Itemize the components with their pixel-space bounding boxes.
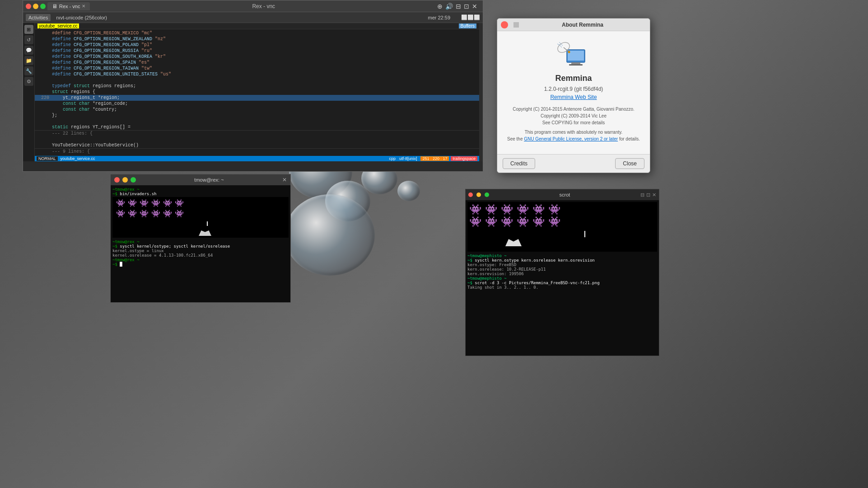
scrot-invaders-row2: 👾 👾 👾 👾 👾 👾 — [469, 216, 655, 227]
scrot-ctrl-1[interactable]: ⊟ — [640, 192, 644, 198]
invaders-row-1: 👾 👾 👾 👾 👾 👾 — [116, 199, 285, 207]
about-close-button[interactable]: ✕ — [501, 21, 508, 28]
scrot-close-btn[interactable] — [468, 192, 473, 197]
scrot-inv-r1-4: 👾 — [517, 204, 529, 215]
scrot-inv-r1-1: 👾 — [469, 204, 481, 215]
scrot-max-btn[interactable] — [485, 192, 489, 197]
scrot-inv-r2-6: 👾 — [548, 216, 560, 227]
prompt-3: ~$ — [112, 244, 120, 249]
sidebar-icon-1[interactable]: ↺ — [24, 35, 33, 44]
win-btn-3[interactable]: ⊟ — [456, 3, 461, 10]
scrot-inv-r2-5: 👾 — [532, 216, 545, 227]
minimize-button[interactable] — [33, 4, 38, 9]
close-button[interactable] — [26, 4, 31, 9]
scrot-invaders-display: 👾 👾 👾 👾 👾 👾 👾 👾 👾 👾 👾 👾 — [467, 202, 657, 252]
vim-header-bar: youtube_service.cc Buffers — [35, 23, 479, 29]
sidebar-icon-2[interactable]: 💬 — [24, 46, 33, 55]
gpl-link[interactable]: GNU General Public License, version 2 or… — [524, 136, 618, 141]
menu-activities[interactable]: Activities — [26, 14, 51, 21]
close-button[interactable]: Close — [615, 158, 644, 169]
sidebar-icon-apps[interactable]: ⊞ — [24, 25, 33, 34]
menu-app[interactable]: rxvt-unicode (256color) — [56, 15, 107, 20]
scrot-min-btn[interactable] — [476, 192, 481, 197]
terminal-cmd-text: bin/invaders.sh — [120, 192, 156, 196]
scrot-bullet — [584, 231, 585, 237]
vim-filetype: cpp — [389, 156, 396, 161]
terminal-output-2: ~$ sysctl kernel/ostype; sysctl kernel/o… — [112, 244, 289, 249]
win-btn-5[interactable]: ✕ — [472, 3, 477, 10]
maximize-button[interactable] — [40, 4, 46, 9]
invaders-bullet — [130, 221, 285, 226]
window-title: Rex - vnc — [90, 3, 437, 9]
terminal-cmd-line: ~$ bin/invaders.sh — [112, 192, 289, 196]
gnome-sidebar: ⊞ ↺ 💬 📁 🔧 ⚙ — [23, 23, 35, 161]
invaders-player — [125, 230, 285, 236]
invader-r2-6: 👾 — [175, 209, 184, 218]
invader-r1-3: 👾 — [140, 199, 149, 207]
remmina-app-icon — [555, 38, 592, 70]
sidebar-icon-4[interactable]: 🔧 — [24, 66, 33, 75]
vnc-tab[interactable]: 🖥 Rex - vnc ✕ — [47, 2, 90, 10]
terminal-max-btn[interactable] — [131, 177, 136, 183]
scrot-terminal-window: scrot ⊟ ⊡ ✕ 👾 👾 👾 👾 👾 👾 — [465, 189, 659, 356]
about-dialog-footer: Credits Close — [497, 154, 650, 173]
invader-r2-4: 👾 — [151, 209, 160, 218]
terminal-output-5: ~tmow@rex ~ — [112, 258, 289, 262]
invader-r2-3: 👾 — [140, 209, 149, 218]
invader-r2-5: 👾 — [163, 209, 172, 218]
scrot-line-6: ~tmow@mephisto ~ — [467, 276, 657, 281]
about-min-button[interactable] — [513, 22, 519, 28]
sidebar-icon-3[interactable]: 📁 — [24, 56, 33, 65]
win-btn-2[interactable]: 🔊 — [445, 3, 453, 10]
menu-winbtns: ⬜⬜⬜ — [461, 14, 480, 20]
invader-r1-2: 👾 — [128, 199, 137, 207]
vim-file: youtube_service.cc — [61, 156, 389, 161]
vim-editor[interactable]: youtube_service.cc Buffers #define CFG_O… — [35, 23, 479, 161]
scrot-ctrl-2[interactable]: ⊡ — [646, 192, 650, 198]
prompt-4: ~tmow@rex ~ — [112, 258, 140, 262]
svg-point-6 — [568, 51, 570, 53]
rex-vnc-titlebar: 🖥 Rex - vnc ✕ Rex - vnc ⊕ 🔊 ⊟ ⊡ ✕ — [23, 0, 483, 12]
scrot-win-controls: ⊟ ⊡ ✕ — [640, 192, 656, 198]
scrot-line-5: kern.osrevision: 199506 — [467, 272, 657, 276]
terminal-title-close[interactable]: ✕ — [282, 177, 287, 183]
scrot-ctrl-3[interactable]: ✕ — [652, 192, 656, 198]
about-warranty: This program comes with absolutely no wa… — [525, 130, 623, 135]
terminal-close-btn[interactable] — [114, 177, 120, 183]
tab-icon: 🖥 — [52, 3, 57, 9]
invader-r1-6: 👾 — [175, 199, 184, 207]
about-copyright: Copyright (C) 2014-2015 Antenore Gatta, … — [513, 106, 635, 126]
win-btn-1[interactable]: ⊕ — [437, 3, 443, 10]
scrot-title-label: scrot — [491, 192, 639, 197]
scrot-line-1: ~tmow@mephisto ~ — [467, 253, 657, 258]
invaders-terminal-window: tmow@rex: ~ ✕ ~tmow@rex ~ ~$ bin/invader… — [110, 174, 291, 303]
invader-r1-5: 👾 — [163, 199, 172, 207]
about-website-link[interactable]: Remmina Web Site — [550, 94, 597, 100]
svg-rect-2 — [571, 62, 580, 64]
scrot-inv-r2-3: 👾 — [501, 216, 513, 227]
vim-scrollbar[interactable] — [479, 23, 483, 161]
scrot-invaders-row1: 👾 👾 👾 👾 👾 👾 — [469, 204, 655, 215]
terminal-output-3: kernel.ostype = linux — [112, 249, 289, 253]
vim-status-line: NORMAL youtube_service.cc cpp utf-8[unix… — [35, 156, 479, 161]
scrot-line-7: ~$ scrot -d 3 -c Pictures/Remmina_FreeBS… — [467, 281, 657, 285]
prompt-2: ~tmow@rex ~ — [112, 239, 140, 244]
invader-r2-1: 👾 — [116, 209, 125, 218]
vim-mode: NORMAL — [37, 156, 58, 161]
vim-code-content: #define CFG_OPTION_REGION_MEXICO "mc" #d… — [35, 29, 479, 161]
vim-content-area: ⊞ ↺ 💬 📁 🔧 ⚙ youtube_service.cc Buffers — [23, 23, 483, 161]
win-btn-4[interactable]: ⊡ — [464, 3, 469, 10]
terminal-min-btn[interactable] — [122, 177, 128, 183]
credits-button[interactable]: Credits — [503, 158, 535, 169]
tab-close[interactable]: ✕ — [82, 4, 85, 9]
scrot-inv-r1-6: 👾 — [548, 204, 560, 215]
cmd-2: sysctl kernel/ostype; sysctl kernel/osre… — [120, 244, 230, 249]
prompt-5: ~$ — [112, 262, 120, 267]
scrot-output-area: ~tmow@mephisto ~ ~$ sysctl kern.ostype k… — [467, 253, 657, 290]
scrot-inv-r1-2: 👾 — [485, 204, 497, 215]
about-remmina-dialog: ✕ About Remmina Remmina 1.2. — [497, 18, 650, 173]
sidebar-icon-5[interactable]: ⚙ — [24, 77, 33, 86]
terminal-output-1: ~tmow@rex ~ — [112, 239, 289, 244]
scrot-terminal-content: 👾 👾 👾 👾 👾 👾 👾 👾 👾 👾 👾 👾 — [466, 200, 659, 356]
scrot-line-2: ~$ sysctl kern.ostype kern.osrelease ker… — [467, 258, 657, 263]
